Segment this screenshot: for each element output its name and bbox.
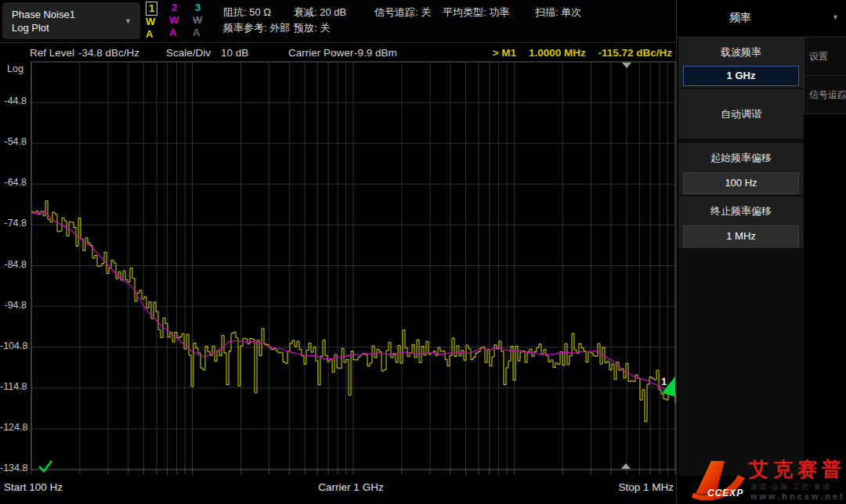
phase-noise-plot: 1: [0, 43, 678, 475]
tab-settings[interactable]: 设置: [804, 38, 846, 76]
x-axis-bar: Start 100 Hz Carrier 1 GHz Stop 1 MHz: [0, 478, 678, 499]
softkey-menu: 载波频率 1 GHz 自动调谐 起始频率偏移 100 Hz 终止频率偏移 1 M…: [678, 38, 804, 476]
stop-offset-value[interactable]: 1 MHz: [683, 225, 799, 247]
range-indicator-top-icon: [622, 63, 631, 68]
carrier-frequency-key[interactable]: 载波频率 1 GHz: [678, 38, 804, 88]
trace-average: A: [146, 28, 169, 41]
stop-offset-label: 终止频率偏移: [678, 196, 804, 218]
sweep-mode-readout: 扫描: 单次: [535, 5, 581, 20]
auto-tune-label: 自动调谐: [678, 89, 804, 139]
measurement-view: Log Plot: [2, 21, 140, 34]
accexp-logo-text: CCEXP: [707, 488, 743, 499]
top-bar: Phase Noise1 Log Plot ▼ 1WA2WA3WA 阻抗: 50…: [0, 0, 676, 43]
trace-indicator-1[interactable]: 1WA: [146, 2, 169, 41]
menu-title: 频率: [677, 11, 804, 25]
accexp-logo: CCEXP 艾克赛普 测试·仪器·工控·集成 www.hncsw.net: [689, 456, 846, 504]
brand-url: www.hncsw.net: [750, 491, 845, 501]
trace-indicator-2[interactable]: 2WA: [169, 2, 193, 39]
stop-frequency-label: Stop 1 MHz: [618, 481, 674, 493]
menu-title-bar[interactable]: 频率 ▼: [677, 0, 846, 38]
trace-average: A: [193, 27, 216, 39]
menu-tabs: 设置 信号追踪: [804, 38, 846, 114]
trace-detector: W: [169, 14, 193, 27]
carrier-frequency-value[interactable]: 1 GHz: [683, 66, 799, 86]
measurement-name: Phase Noise1: [2, 2, 140, 21]
graph-display: Ref Level -34.8 dBc/Hz Scale/Div 10 dB C…: [0, 43, 678, 504]
trace-average: A: [169, 27, 193, 39]
auto-tune-button[interactable]: 自动调谐: [678, 89, 804, 139]
attenuation-readout: 衰减: 20 dB: [294, 5, 346, 20]
trace-detector: W: [146, 16, 169, 28]
preamp-readout: 预放: 关: [294, 21, 330, 35]
marker-m1-flag-label: 1: [661, 376, 667, 387]
signal-tracking-readout: 信号追踪: 关: [374, 5, 431, 20]
range-indicator-bottom-icon: [621, 463, 631, 469]
trace-2-average-path: [31, 211, 674, 391]
stop-offset-key[interactable]: 终止频率偏移 1 MHz: [678, 196, 804, 248]
measurement-selector[interactable]: Phase Noise1 Log Plot ▼: [2, 2, 140, 39]
average-type-readout: 平均类型: 功率: [443, 5, 509, 20]
start-offset-key[interactable]: 起始频率偏移 100 Hz: [678, 143, 804, 195]
trace-indicators: 1WA2WA3WA: [146, 2, 216, 41]
trace-indicator-3[interactable]: 3WA: [193, 2, 216, 39]
start-offset-value[interactable]: 100 Hz: [683, 172, 799, 194]
trace-number: 2: [169, 2, 179, 14]
impedance-readout: 阻抗: 50 Ω: [223, 5, 271, 20]
freq-reference-readout: 频率参考: 外部: [223, 21, 290, 35]
trace-number: 1: [146, 2, 157, 16]
chevron-down-icon: ▼: [125, 17, 132, 25]
trace-detector: W: [193, 14, 216, 27]
chevron-down-icon: ▼: [832, 13, 839, 21]
trace-number: 3: [193, 2, 203, 14]
start-offset-label: 起始频率偏移: [678, 143, 804, 165]
brand-name-cn: 艾克赛普: [749, 456, 846, 482]
carrier-frequency-label: Carrier 1 GHz: [318, 481, 383, 493]
frequency-menu-panel: 频率 ▼ 载波频率 1 GHz 自动调谐 起始频率偏移 100 Hz 终止频率偏…: [676, 0, 846, 504]
carrier-frequency-label: 载波频率: [678, 38, 804, 59]
start-frequency-label: Start 100 Hz: [4, 481, 63, 493]
signal-analyzer-window: Phase Noise1 Log Plot ▼ 1WA2WA3WA 阻抗: 50…: [0, 0, 846, 504]
tab-signal-tracking[interactable]: 信号追踪: [804, 76, 846, 114]
